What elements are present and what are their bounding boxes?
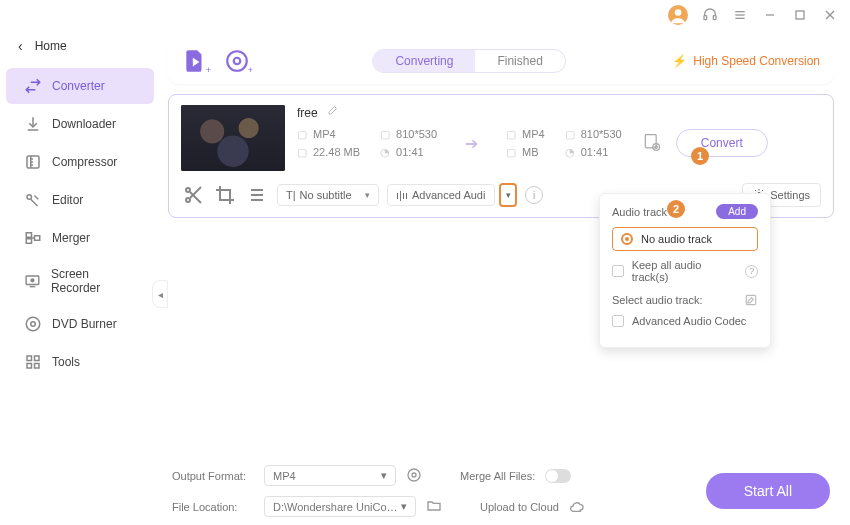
rename-icon[interactable] [326,105,338,120]
dvd-icon [24,315,42,333]
svg-rect-2 [713,16,716,20]
svg-point-24 [31,279,34,282]
sidebar-item-converter[interactable]: Converter [6,68,154,104]
tab-converting[interactable]: Converting [373,50,475,72]
add-dvd-button[interactable]: + [224,48,250,74]
chevron-down-icon: ▾ [401,500,407,513]
converter-icon [24,77,42,95]
radio-selected-icon [621,233,633,245]
svg-point-27 [31,322,36,327]
svg-point-38 [186,188,190,192]
cloud-icon[interactable] [569,498,585,516]
file-location-label: File Location: [172,501,254,513]
convert-button[interactable]: Convert [676,129,768,157]
add-audio-button[interactable]: Add [716,204,758,219]
close-icon[interactable] [822,7,838,23]
sidebar-item-downloader[interactable]: Downloader [6,106,154,142]
svg-point-34 [234,58,241,65]
svg-point-26 [26,317,40,331]
subtitle-icon: T| [286,189,296,201]
svg-point-47 [412,473,416,477]
chevron-left-icon: ‹ [18,38,23,54]
sidebar-item-screen-recorder[interactable]: Screen Recorder [6,258,154,304]
file-location-dropdown[interactable]: D:\Wondershare UniConverter 1 ▾ [264,496,416,517]
subtitle-dropdown[interactable]: T|No subtitle ▾ [277,184,379,206]
start-all-button[interactable]: Start All [706,473,830,509]
audio-dropdown[interactable]: ı|ııAdvanced Audi [387,184,495,206]
svg-point-18 [27,195,32,200]
compressor-icon [24,153,42,171]
res-icon: ▢ [380,128,392,140]
info-icon[interactable]: i [525,186,543,204]
audio-track-popover: Audio track Add No audio track Keep all … [599,193,771,348]
download-icon [24,115,42,133]
file-card: free ▢MP4 ▢22.48 MB ▢810*530 ◔01:41 ➔ [168,94,834,218]
svg-rect-35 [645,134,656,147]
sidebar-item-compressor[interactable]: Compressor [6,144,154,180]
add-file-button[interactable]: + [182,48,208,74]
sidebar-item-editor[interactable]: Editor [6,182,154,218]
sidebar-item-tools[interactable]: Tools [6,344,154,380]
select-audio-label: Select audio track: [612,294,703,306]
checkbox-icon [612,265,624,277]
arrow-right-icon: ➔ [457,134,486,153]
svg-rect-30 [27,364,32,369]
svg-point-33 [227,51,247,71]
audio-icon: ı|ıı [396,189,408,201]
sidebar-item-merger[interactable]: Merger [6,220,154,256]
keep-all-audio-option[interactable]: Keep all audio track(s) ? [612,259,758,283]
svg-rect-7 [796,11,804,19]
svg-rect-29 [35,356,40,361]
svg-rect-21 [35,236,40,241]
hamburger-icon[interactable] [732,7,748,23]
minimize-icon[interactable] [762,7,778,23]
sidebar-item-dvd-burner[interactable]: DVD Burner [6,306,154,342]
top-toolbar: + + Converting Finished ⚡ High Speed Con… [168,38,834,84]
svg-rect-28 [27,356,32,361]
edit-icon[interactable] [744,293,758,307]
sidebar: ‹ Home Converter Downloader Compressor E… [0,30,160,525]
marker-1: 1 [691,147,709,165]
marker-2: 2 [667,200,685,218]
collapse-sidebar-button[interactable]: ◂ [152,280,168,308]
audio-dropdown-caret[interactable]: ▾ [499,183,517,207]
output-settings-icon[interactable] [642,132,662,155]
headset-icon[interactable] [702,7,718,23]
merger-icon [24,229,42,247]
popover-title: Audio track [612,206,667,218]
chevron-down-icon: ▾ [381,469,387,482]
list-icon[interactable] [245,183,269,207]
output-format-label: Output Format: [172,470,254,482]
tools-icon [24,353,42,371]
bolt-icon: ⚡ [672,54,687,68]
status-tabs: Converting Finished [372,49,565,73]
clock-icon: ◔ [380,146,392,158]
no-audio-option[interactable]: No audio track [612,227,758,251]
svg-point-0 [675,9,682,16]
merge-toggle[interactable] [545,469,571,483]
video-thumbnail[interactable] [181,105,285,171]
svg-point-39 [186,198,190,202]
svg-rect-19 [26,233,31,238]
aac-option[interactable]: Advanced Audio Codec [612,315,758,327]
crop-icon[interactable] [213,183,237,207]
trim-icon[interactable] [181,183,205,207]
tab-finished[interactable]: Finished [475,50,564,72]
format-icon: ▢ [297,128,309,140]
help-icon[interactable]: ? [745,265,758,278]
back-button[interactable]: ‹ Home [0,30,160,62]
avatar-icon[interactable] [668,5,688,25]
back-label: Home [35,39,67,53]
size-icon: ▢ [297,146,309,158]
chevron-down-icon: ▾ [365,190,370,200]
svg-rect-31 [35,364,40,369]
output-format-dropdown[interactable]: MP4 ▾ [264,465,396,486]
maximize-icon[interactable] [792,7,808,23]
screen-recorder-icon [24,272,41,290]
open-folder-icon[interactable] [426,498,442,516]
high-speed-toggle[interactable]: ⚡ High Speed Conversion [672,54,820,68]
upload-label: Upload to Cloud [480,501,559,513]
svg-point-48 [408,469,420,481]
output-settings-gear-icon[interactable] [406,467,422,485]
footer: Output Format: MP4 ▾ Merge All Files: Fi… [168,457,834,517]
